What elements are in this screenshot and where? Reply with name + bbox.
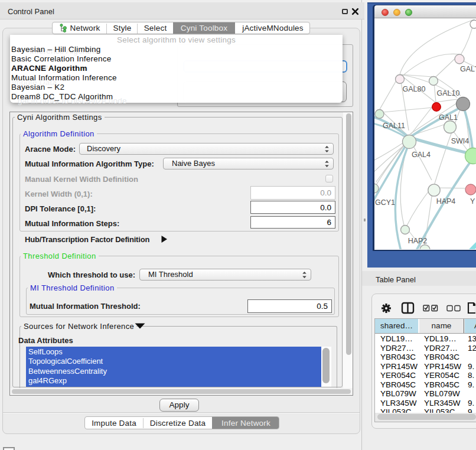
svg-text:Y: Y — [470, 197, 475, 206]
svg-text:GAL1: GAL1 — [439, 113, 458, 122]
svg-text:GAL4: GAL4 — [412, 151, 431, 159]
svg-text:GAL7: GAL7 — [460, 65, 476, 73]
svg-text:HAP4: HAP4 — [436, 197, 456, 206]
svg-text:GAL80: GAL80 — [403, 85, 426, 93]
svg-text:GCY1: GCY1 — [375, 198, 395, 207]
svg-text:GAL11: GAL11 — [383, 122, 405, 130]
svg-text:HAP2: HAP2 — [408, 237, 428, 245]
svg-text:GAL10: GAL10 — [437, 89, 460, 97]
svg-text:SWI4: SWI4 — [451, 137, 470, 145]
